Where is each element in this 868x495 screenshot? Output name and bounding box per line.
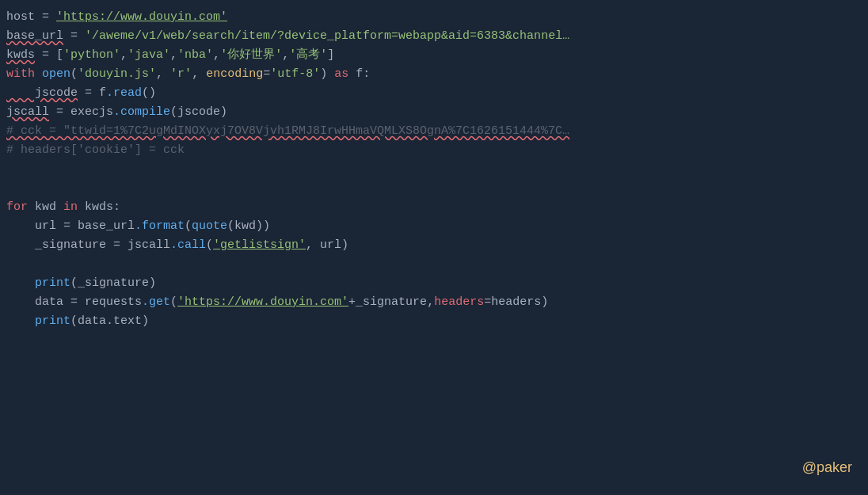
- token: ,: [120, 46, 128, 65]
- watermark-at: @: [802, 459, 817, 475]
- token: base_url: [6, 27, 63, 46]
- token: =: [63, 27, 85, 46]
- token: ): [320, 65, 334, 84]
- code-line: _signature = jscall.call('getlistsign', …: [0, 236, 868, 255]
- token: =: [263, 65, 270, 84]
- code-line: # headers['cookie'] = cck: [0, 141, 868, 160]
- code-line: jscall = execjs.compile(jscode): [0, 103, 868, 122]
- token: kwd: [28, 198, 63, 217]
- token: ,: [192, 65, 206, 84]
- token: .format: [135, 217, 185, 236]
- token: f: [99, 84, 106, 103]
- token: (kwd)): [227, 217, 270, 236]
- code-line: kwds = ['python',︎'java',︎'nba',︎'你好世界',…: [0, 46, 868, 65]
- token: .call: [170, 236, 206, 255]
- token: as: [334, 65, 348, 84]
- token: 'r': [170, 65, 192, 84]
- token: (data.text): [70, 312, 149, 331]
- code-line: base_url = '/aweme/v1/web/search/item/?d…: [0, 27, 868, 46]
- token: ,: [156, 65, 170, 84]
- token: .read: [106, 84, 142, 103]
- token: [6, 274, 35, 293]
- token: ,: [282, 46, 289, 65]
- code-line: [0, 160, 868, 179]
- code-line: print(data.text)︎: [0, 312, 868, 331]
- token: encoding: [206, 65, 263, 84]
- token: 'java': [128, 46, 170, 65]
- code-line: jscode = f.read(): [0, 84, 868, 103]
- code-line: # cck = "ttwid=1%7C2ugMdINOXyxj7OV8Vjvh1…: [0, 122, 868, 141]
- token: host: [6, 8, 35, 27]
- token: (): [142, 84, 156, 103]
- watermark: @paker: [802, 456, 852, 479]
- token: jscode: [6, 84, 78, 103]
- code-line: url = base_url.format(quote(kwd)): [0, 217, 868, 236]
- token: headers: [434, 293, 484, 312]
- token: , url): [306, 236, 348, 255]
- token: kwds:: [78, 198, 120, 217]
- token: =: [49, 103, 70, 122]
- code-line: for kwd in kwds:: [0, 198, 868, 217]
- token: 'nba': [177, 46, 213, 65]
- token: open: [42, 65, 70, 84]
- token: 'getlistsign': [213, 236, 306, 255]
- token: ,: [170, 46, 177, 65]
- code-line: with open('douyin.js', 'r', encoding='ut…: [0, 65, 868, 84]
- token: .compile: [113, 103, 170, 122]
- token: 'https://www.douyin.com': [56, 8, 227, 27]
- token: =: [35, 8, 56, 27]
- token: (: [185, 217, 192, 236]
- token: (_signature): [70, 274, 156, 293]
- token: +_signature,: [348, 293, 434, 312]
- token: (: [70, 65, 78, 84]
- token: with: [6, 65, 35, 84]
- token: print: [35, 312, 70, 331]
- token: # headers: [6, 141, 70, 160]
- token: 'douyin.js': [78, 65, 156, 84]
- token: (: [206, 236, 213, 255]
- code-line: [0, 255, 868, 274]
- code-line: [0, 179, 868, 198]
- watermark-name: paker: [817, 459, 852, 475]
- token: =headers): [484, 293, 548, 312]
- code-line: data = requests.get('https://www.douyin.…: [0, 293, 868, 312]
- token: quote: [192, 217, 227, 236]
- token: _signature = jscall: [6, 236, 170, 255]
- token: for: [6, 198, 28, 217]
- token: 'python': [63, 46, 120, 65]
- token: (jscode): [170, 103, 227, 122]
- token: '高考': [289, 46, 327, 65]
- token: print: [35, 274, 70, 293]
- token: 'utf-8': [270, 65, 320, 84]
- token: ]: [327, 46, 334, 65]
- token: ['cookie']: [70, 141, 142, 160]
- token: '/aweme/v1/web/search/item/?device_platf…: [85, 27, 569, 46]
- token: jscall: [6, 103, 49, 122]
- token: (: [170, 293, 177, 312]
- token: # cck = "ttwid=1%7C2ugMdINOXyxj7OV8Vjvh1…: [6, 122, 569, 141]
- token: data = requests: [6, 293, 142, 312]
- token: = [: [35, 46, 63, 65]
- token: execjs: [70, 103, 113, 122]
- token: .get: [142, 293, 170, 312]
- code-line: print(_signature): [0, 274, 868, 293]
- token: =: [78, 84, 99, 103]
- token: '你好世界': [220, 46, 282, 65]
- token: ,: [213, 46, 220, 65]
- code-lines: host = 'https://www.douyin.com'base_url …: [0, 8, 868, 331]
- token: 'https://www.douyin.com': [177, 293, 348, 312]
- token: [6, 312, 35, 331]
- token: f:: [348, 65, 370, 84]
- token: kwds: [6, 46, 35, 65]
- token: [35, 65, 42, 84]
- token: in: [63, 198, 78, 217]
- code-line: host = 'https://www.douyin.com': [0, 8, 868, 27]
- token: url = base_url: [6, 217, 135, 236]
- token: = cck: [142, 141, 185, 160]
- code-editor: host = 'https://www.douyin.com'base_url …: [0, 0, 868, 495]
